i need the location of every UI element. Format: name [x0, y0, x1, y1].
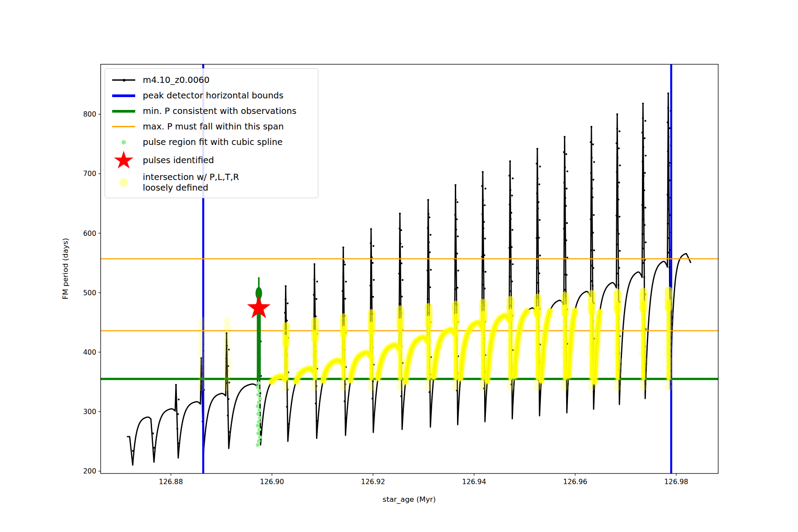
cubic-spline-fit [255, 277, 262, 378]
legend-label: m4.10_z0.0060 [143, 75, 210, 86]
y-tick-label: 300 [83, 408, 96, 416]
x-axis-label: star_age (Myr) [383, 495, 436, 504]
x-tick-label: 126.88 [159, 478, 183, 486]
figure: 126.88126.90126.92126.94126.96126.982003… [0, 0, 798, 532]
legend-item-intersection: intersection w/ P,L,T,Rloosely defined [111, 172, 312, 193]
y-tick-label: 200 [83, 467, 96, 475]
legend-label: peak detector horizontal bounds [143, 90, 283, 101]
y-tick-label: 800 [83, 110, 96, 118]
legend-item-min-p: min. P consistent with observations [111, 104, 312, 118]
y-tick-label: 600 [83, 230, 96, 238]
legend-item-peak-bounds: peak detector horizontal bounds [111, 89, 312, 102]
x-tick-label: 126.98 [664, 478, 688, 486]
lightgreen-dot-marker-icon [111, 140, 136, 145]
legend-label: intersection w/ P,L,T,Rloosely defined [143, 172, 239, 193]
legend-label: pulses identified [143, 155, 214, 166]
pulse-region-dots [256, 381, 262, 447]
paleyellow-dot-marker-icon [111, 178, 136, 187]
x-tick-label: 126.96 [563, 478, 587, 486]
legend-item-max-p: max. P must fall within this span [111, 120, 312, 133]
legend-item-series: m4.10_z0.0060 [111, 73, 312, 87]
legend-item-pulses: pulses identified [111, 151, 312, 170]
y-tick-label: 400 [83, 348, 96, 356]
legend: m4.10_z0.0060 peak detector horizontal b… [105, 68, 318, 198]
x-tick-label: 126.90 [260, 478, 284, 486]
y-axis-label: FM period (days) [61, 238, 70, 300]
red-star-marker-icon [111, 151, 136, 170]
line-dot-marker-icon [111, 79, 136, 81]
green-line-marker-icon [111, 110, 136, 113]
x-tick-label: 126.92 [361, 478, 385, 486]
legend-label: pulse region fit with cubic spline [143, 137, 283, 148]
max-p-span-lines [101, 259, 718, 331]
legend-item-pulse-region: pulse region fit with cubic spline [111, 135, 312, 149]
y-tick-label: 700 [83, 170, 96, 178]
legend-label: max. P must fall within this span [143, 121, 284, 132]
y-tick-label: 500 [83, 289, 96, 297]
x-tick-label: 126.94 [462, 478, 486, 486]
orange-line-marker-icon [111, 126, 136, 127]
legend-label: min. P consistent with observations [143, 106, 297, 117]
blue-line-marker-icon [111, 94, 136, 97]
